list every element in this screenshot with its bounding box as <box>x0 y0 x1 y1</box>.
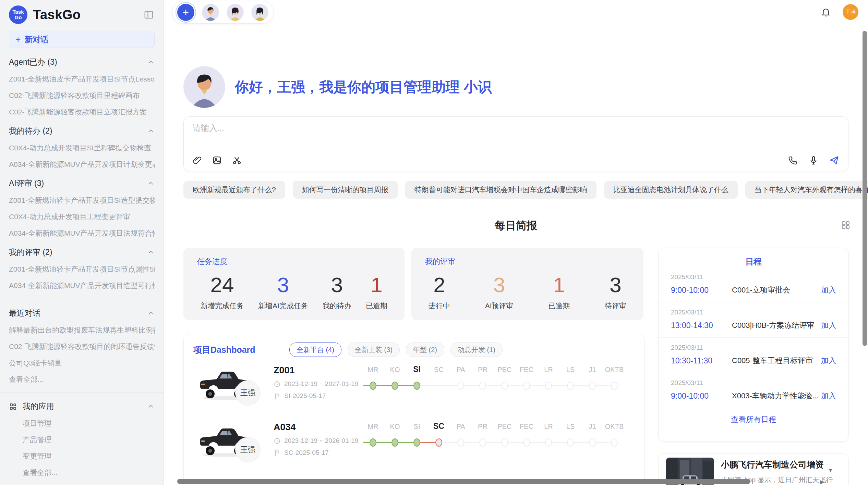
new-agent-button[interactable] <box>177 4 194 21</box>
milestone-dot-LR <box>545 438 552 447</box>
sidebar-task-item[interactable]: C02-飞腾新能源轻客改款项目里程碑画布 <box>9 91 155 100</box>
milestone-label-PA: PA <box>450 423 472 431</box>
task-progress-card: 任务进度 24 新增完成任务 3 新增AI完成任务 3 我的待办 1 已逾期 <box>183 248 405 320</box>
dashboard-filter-chip[interactable]: 全新平台 (4) <box>289 343 341 357</box>
scroll-down-arrow[interactable]: ▼ <box>828 468 833 473</box>
dashboard-filter-chip[interactable]: 全新上装 (3) <box>348 343 400 357</box>
project-row-Z001[interactable]: 王强 Z001 2023-12-19 ~ 2027-01-19 SI-2025-… <box>184 362 644 414</box>
image-icon[interactable] <box>212 155 222 165</box>
new-chat-label: 新对话 <box>25 34 48 45</box>
user-avatar[interactable]: 王强 <box>843 4 858 20</box>
milestone-label-SC: SC <box>428 422 450 431</box>
app-link-item[interactable]: 变更管理 <box>23 451 155 461</box>
sidebar-task-item[interactable]: A034-全新新能源MUV产品开发项目造型可行性评审 <box>9 281 155 290</box>
sidebar-section-title: 最近对话 <box>9 308 40 319</box>
suggestion-chip[interactable]: 比亚迪全固态电池计划具体说了什么 <box>604 181 738 199</box>
sidebar-task-item[interactable]: Z001-全新燃油轻卡产品开发项目SI造型提交物评审 <box>9 196 155 205</box>
apps-view-all-link[interactable]: 查看全部... <box>23 468 155 477</box>
chat-input-box <box>183 116 848 171</box>
milestone-label-SI: SI <box>406 423 428 431</box>
agent-avatar-1[interactable] <box>202 4 219 21</box>
stat-待评审: 3 待评审 <box>605 272 626 311</box>
sidebar-task-item[interactable]: C02-飞腾新能源轻客改款项目立项汇报方案 <box>9 107 155 117</box>
my-apps-label: 我的应用 <box>23 401 142 412</box>
sidebar-task-item[interactable]: Z001-全新燃油皮卡产品开发项目SI节点Lesson Learn报告 <box>9 74 155 84</box>
app-link-item[interactable]: 项目管理 <box>23 419 155 428</box>
sidebar-section-header-3[interactable]: 我的评审 (2) <box>9 247 155 258</box>
recent-chat-item[interactable]: 解释最新出台的欧盟报废车法规再生塑料比例被调至15%... <box>9 325 155 335</box>
microphone-icon[interactable] <box>808 155 819 165</box>
flag-icon <box>274 393 281 400</box>
event-join-link[interactable]: 加入 <box>821 320 836 331</box>
input-action-icons <box>788 155 839 165</box>
suggestion-chip[interactable]: 特朗普可能对进口汽车增税会对中国车企造成哪些影响 <box>405 181 596 199</box>
horizontal-scrollbar-thumb[interactable] <box>177 479 750 484</box>
event-date: 2025/03/11 <box>671 273 836 281</box>
sidebar-task-item[interactable]: C0X4-动力总成开发项目工程变更评审 <box>9 212 155 222</box>
schedule-event: 2025/03/11 9:00-10:00 C001-立项审批会 加入 <box>659 267 848 302</box>
milestone-dot-KO <box>391 382 398 390</box>
dashboard-filter-chip[interactable]: 动总开发 (1) <box>450 343 503 357</box>
send-icon[interactable] <box>829 155 839 165</box>
project-row-A034[interactable]: 王强 A034 2023-12-19 ~ 2026-01-19 SC-2025-… <box>184 419 644 471</box>
sidebar-body: Agent已办 (3) Z001-全新燃油皮卡产品开发项目SI节点Lesson … <box>9 57 155 485</box>
recent-chat-item[interactable]: C02-飞腾新能源轻客改款项目的闭环通告反馈情况 <box>9 342 155 351</box>
recent-chat-item[interactable]: 公司Q3轻卡销量 <box>9 358 155 368</box>
app-link-item[interactable]: 产品管理 <box>23 435 155 445</box>
event-join-link[interactable]: 加入 <box>821 391 836 401</box>
suggestion-chip[interactable]: 当下年轻人对汽车外观有怎样的喜好趋势 <box>745 181 868 199</box>
milestone-label-PEC: PEC <box>494 366 516 374</box>
sidebar-task-item[interactable]: Z001-全新燃油轻卡产品开发项目SI节点属性5D文件评审 <box>9 264 155 274</box>
scroll-right-arrow[interactable]: ▶ <box>820 479 824 484</box>
input-attach-icons <box>192 155 242 165</box>
stat-card-title: 我的评审 <box>425 257 630 267</box>
dashboard-header: 项目Dashboard 全新平台 (4)全新上装 (3)年型 (2)动总开发 (… <box>184 343 644 357</box>
phone-icon[interactable] <box>788 155 798 165</box>
stat-value: 1 <box>548 272 570 298</box>
stat-label: 进行中 <box>429 301 450 311</box>
sidebar-task-item[interactable]: A034-全新新能源MUV产品开发项目计划变更表编写 <box>9 160 155 169</box>
chevron-up-icon <box>147 180 155 187</box>
recent-view-all-link[interactable]: 查看全部... <box>9 375 155 384</box>
event-join-link[interactable]: 加入 <box>821 356 836 366</box>
milestone-label-PR: PR <box>472 366 494 374</box>
vertical-scrollbar-thumb[interactable] <box>863 31 867 346</box>
sidebar-section-header-1[interactable]: 我的待办 (2) <box>9 126 155 136</box>
project-info: Z001 2023-12-19 ~ 2027-01-19 SI-2025-05-… <box>274 365 358 400</box>
logo-text-bottom: Go <box>15 15 22 20</box>
milestone-label-SI: SI <box>406 365 428 374</box>
view-all-schedule-link[interactable]: 查看所有日程 <box>659 408 848 431</box>
stat-已逾期: 1 已逾期 <box>366 272 387 311</box>
suggestion-chip[interactable]: 如何写一份清晰的项目周报 <box>293 181 398 199</box>
notification-bell-icon[interactable] <box>821 7 831 17</box>
stat-value: 2 <box>429 272 450 298</box>
agent-avatar-2[interactable] <box>227 4 244 21</box>
layout-grid-icon[interactable] <box>841 220 851 230</box>
attachment-icon[interactable] <box>192 155 202 165</box>
sidebar-section-header-recent[interactable]: 最近对话 <box>9 308 155 319</box>
sidebar-task-item[interactable]: C0X4-动力总成开发项目SI里程碑提交物检查 <box>9 143 155 153</box>
milestone-dot-PEC <box>501 382 508 390</box>
project-dashboard-card: 项目Dashboard 全新平台 (4)全新上装 (3)年型 (2)动总开发 (… <box>183 334 644 485</box>
sidebar-section-header-2[interactable]: AI评审 (3) <box>9 178 155 189</box>
dashboard-filter-chip[interactable]: 年型 (2) <box>406 343 444 357</box>
agent-avatar-3[interactable] <box>251 4 268 21</box>
sidebar-collapse-icon[interactable] <box>144 10 154 20</box>
suggestion-chip[interactable]: 欧洲新规最近颁布了什么? <box>183 181 285 199</box>
event-join-link[interactable]: 加入 <box>821 285 836 295</box>
project-info: A034 2023-12-19 ~ 2026-01-19 SC-2025-05-… <box>274 422 358 457</box>
apps-grid-icon <box>9 402 17 411</box>
event-title: C005-整车工程目标评审 <box>732 356 821 366</box>
chevron-up-icon <box>147 249 155 256</box>
milestone-dot-LR <box>545 382 552 390</box>
sidebar-section-header-0[interactable]: Agent已办 (3) <box>9 57 155 67</box>
stat-card-title: 任务进度 <box>197 257 391 267</box>
chat-input[interactable] <box>192 123 708 133</box>
dashboard-title: 项目Dashboard <box>193 344 289 356</box>
sidebar-item-my-apps[interactable]: 我的应用 <box>9 401 155 412</box>
scissors-icon[interactable] <box>232 155 242 165</box>
milestone-label-LR: LR <box>538 423 559 431</box>
stat-value: 24 <box>201 272 244 298</box>
new-chat-button[interactable]: + 新对话 <box>9 31 155 48</box>
sidebar-task-item[interactable]: A034-全新新能源MUV产品开发项目法规符合性评审 <box>9 228 155 238</box>
